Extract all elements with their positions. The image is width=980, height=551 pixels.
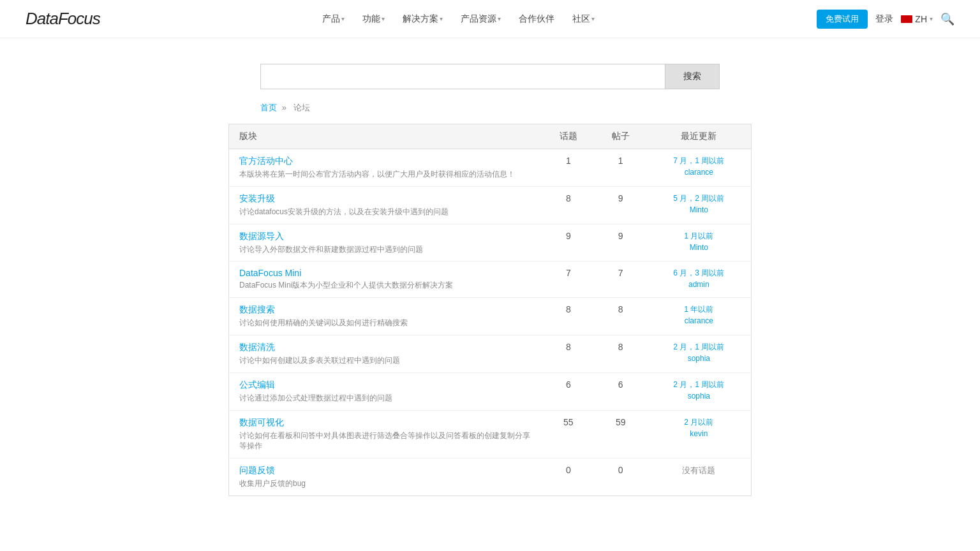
topic-count: 7	[542, 261, 595, 298]
block-cell: 数据清洗讨论中如何创建以及多表关联过程中遇到的问题	[229, 335, 542, 372]
post-count: 0	[595, 459, 647, 496]
nav-partners[interactable]: 合作伙伴	[512, 13, 561, 25]
topic-count: 8	[542, 335, 595, 372]
chevron-down-icon: ▾	[930, 15, 933, 22]
latest-cell: 1 月以前Minto	[647, 224, 752, 261]
post-count: 9	[595, 186, 647, 224]
logo[interactable]: DataFocus	[26, 9, 100, 29]
topic-count: 0	[542, 459, 595, 496]
col-header-posts: 帖子	[595, 124, 647, 149]
table-row: 官方活动中心本版块将在第一时间公布官方活动内容，以便广大用户及时获得相应的活动信…	[229, 149, 752, 187]
breadcrumb-home[interactable]: 首页	[260, 103, 277, 112]
latest-cell: 没有话题	[647, 459, 752, 496]
latest-user[interactable]: kevin	[657, 429, 741, 438]
login-button[interactable]: 登录	[875, 13, 893, 25]
block-title-link[interactable]: 数据清洗	[239, 342, 275, 352]
latest-time: 2 月，1 周以前	[657, 342, 741, 353]
topic-count: 55	[542, 410, 595, 459]
post-count: 6	[595, 372, 647, 410]
latest-cell: 6 月，3 周以前admin	[647, 261, 752, 298]
block-title-link[interactable]: 官方活动中心	[239, 156, 293, 166]
language-selector[interactable]: ZH ▾	[901, 14, 933, 24]
nav-solutions[interactable]: 解决方案 ▾	[396, 13, 449, 25]
block-cell: DataFocus MiniDataFocus Mini版本为小型企业和个人提供…	[229, 261, 542, 298]
post-count: 59	[595, 410, 647, 459]
search-button[interactable]: 搜索	[665, 64, 720, 89]
block-cell: 数据源导入讨论导入外部数据文件和新建数据源过程中遇到的问题	[229, 224, 542, 261]
block-title-link[interactable]: 安装升级	[239, 193, 275, 203]
latest-time: 1 年以前	[657, 304, 741, 315]
nav-resources[interactable]: 产品资源 ▾	[454, 13, 507, 25]
post-count: 1	[595, 149, 647, 187]
nav-products[interactable]: 产品 ▾	[316, 13, 351, 25]
topic-count: 6	[542, 372, 595, 410]
block-title: 数据搜索	[239, 304, 532, 316]
try-button[interactable]: 免费试用	[817, 10, 868, 29]
latest-user[interactable]: admin	[657, 280, 741, 289]
block-desc: 讨论通过添加公式处理数据过程中遇到的问题	[239, 393, 532, 404]
latest-time: 2 月以前	[657, 417, 741, 428]
block-title: 问题反馈	[239, 465, 532, 476]
block-title: 官方活动中心	[239, 156, 532, 167]
block-desc: 讨论如何使用精确的关键词以及如何进行精确搜索	[239, 318, 532, 328]
topic-count: 1	[542, 149, 595, 187]
table-row: 公式编辑讨论通过添加公式处理数据过程中遇到的问题662 月，1 周以前sophi…	[229, 372, 752, 410]
search-area: 搜索	[0, 38, 980, 102]
latest-user[interactable]: sophia	[657, 354, 741, 363]
block-desc: 本版块将在第一时间公布官方活动内容，以便广大用户及时获得相应的活动信息！	[239, 169, 532, 180]
table-row: DataFocus MiniDataFocus Mini版本为小型企业和个人提供…	[229, 261, 752, 298]
latest-user[interactable]: clarance	[657, 316, 741, 325]
latest-user[interactable]: Minto	[657, 243, 741, 252]
breadcrumb-separator: »	[282, 103, 286, 112]
post-count: 8	[595, 335, 647, 372]
block-title-link[interactable]: 问题反馈	[239, 465, 275, 475]
lang-label: ZH	[915, 14, 927, 24]
block-title-link[interactable]: DataFocus Mini	[239, 268, 301, 278]
block-title: 数据清洗	[239, 342, 532, 353]
col-header-topics: 话题	[542, 124, 595, 149]
search-icon[interactable]: 🔍	[940, 12, 954, 26]
chevron-down-icon: ▾	[382, 15, 385, 22]
block-cell: 公式编辑讨论通过添加公式处理数据过程中遇到的问题	[229, 372, 542, 410]
latest-cell: 2 月，1 周以前sophia	[647, 372, 752, 410]
table-row: 数据搜索讨论如何使用精确的关键词以及如何进行精确搜索881 年以前claranc…	[229, 298, 752, 335]
forum-table: 版块 话题 帖子 最近更新 官方活动中心本版块将在第一时间公布官方活动内容，以便…	[228, 124, 752, 496]
nav-community[interactable]: 社区 ▾	[566, 13, 601, 25]
latest-user[interactable]: Minto	[657, 205, 741, 214]
block-title-link[interactable]: 数据可视化	[239, 417, 284, 427]
block-title-link[interactable]: 公式编辑	[239, 379, 275, 390]
block-title-link[interactable]: 数据源导入	[239, 231, 284, 241]
no-topic-label: 没有话题	[682, 466, 715, 475]
block-title: DataFocus Mini	[239, 268, 532, 278]
search-bar: 搜索	[260, 64, 720, 89]
block-title-link[interactable]: 数据搜索	[239, 304, 275, 314]
flag-icon	[901, 15, 912, 23]
table-row: 数据可视化讨论如何在看板和问答中对具体图表进行筛选叠合等操作以及问答看板的创建复…	[229, 410, 752, 459]
latest-cell: 2 月，1 周以前sophia	[647, 335, 752, 372]
chevron-down-icon: ▾	[498, 15, 501, 22]
latest-time: 5 月，2 周以前	[657, 193, 741, 204]
latest-time: 2 月，1 周以前	[657, 379, 741, 390]
topic-count: 9	[542, 224, 595, 261]
latest-user[interactable]: clarance	[657, 168, 741, 177]
col-header-block: 版块	[229, 124, 542, 149]
block-cell: 数据可视化讨论如何在看板和问答中对具体图表进行筛选叠合等操作以及问答看板的创建复…	[229, 410, 542, 459]
col-header-latest: 最近更新	[647, 124, 752, 149]
latest-user[interactable]: sophia	[657, 392, 741, 400]
chevron-down-icon: ▾	[440, 15, 443, 22]
header-right: 免费试用 登录 ZH ▾ 🔍	[817, 10, 954, 29]
chevron-down-icon: ▾	[591, 15, 595, 22]
search-input[interactable]	[260, 64, 665, 89]
post-count: 9	[595, 224, 647, 261]
block-title: 安装升级	[239, 193, 532, 205]
post-count: 8	[595, 298, 647, 335]
block-cell: 官方活动中心本版块将在第一时间公布官方活动内容，以便广大用户及时获得相应的活动信…	[229, 149, 542, 187]
block-desc: 讨论中如何创建以及多表关联过程中遇到的问题	[239, 355, 532, 366]
nav-features[interactable]: 功能 ▾	[356, 13, 391, 25]
latest-time: 1 月以前	[657, 231, 741, 242]
block-desc: 收集用户反馈的bug	[239, 478, 532, 489]
post-count: 7	[595, 261, 647, 298]
block-desc: 讨论datafocus安装升级的方法，以及在安装升级中遇到的问题	[239, 207, 532, 217]
table-row: 安装升级讨论datafocus安装升级的方法，以及在安装升级中遇到的问题895 …	[229, 186, 752, 224]
block-cell: 问题反馈收集用户反馈的bug	[229, 459, 542, 496]
